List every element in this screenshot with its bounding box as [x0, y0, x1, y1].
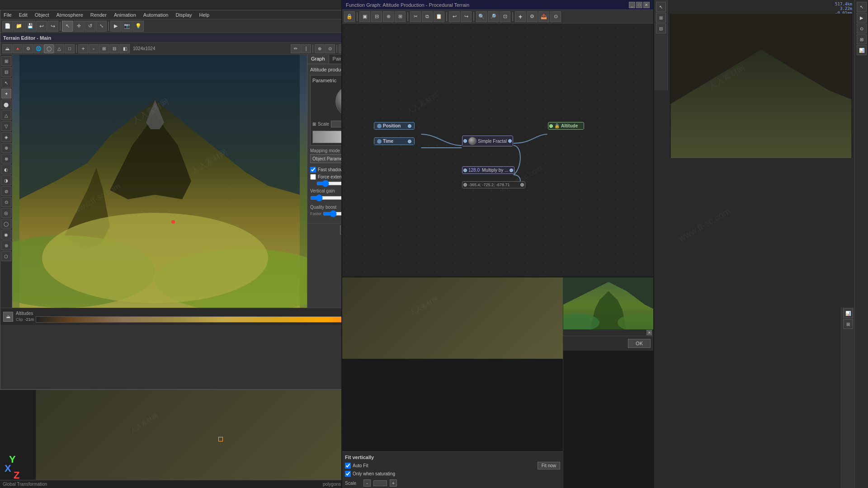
fg-tool-export[interactable]: 📤 [538, 11, 549, 22]
menu-object[interactable]: Object [33, 12, 51, 18]
fg-tool-cut[interactable]: ✂ [410, 11, 421, 22]
terrain-tool-8[interactable]: ⊞ [99, 44, 109, 53]
stats-icon-1[interactable]: 📊 [843, 308, 853, 318]
scale-plus[interactable]: + [390, 479, 397, 487]
fg-tool-copy2[interactable]: ⧉ [422, 11, 433, 22]
menu-edit[interactable]: Edit [18, 12, 29, 18]
fg-minimize[interactable]: _ [629, 2, 635, 8]
left-tool-11[interactable]: ◐ [1, 164, 11, 174]
left-tool-15[interactable]: ◎ [1, 208, 11, 218]
fg-tool-4[interactable]: ⊕ [383, 11, 394, 22]
fg-tool-zoom-in[interactable]: 🔍 [476, 11, 487, 22]
fg-tool-undo2[interactable]: ↩ [449, 11, 460, 22]
fit-now-btn[interactable]: Fit now [538, 462, 560, 469]
scale-value[interactable]: 1 [373, 480, 387, 486]
fg-tool-1[interactable]: 🔒 [344, 11, 355, 22]
left-tool-9[interactable]: ⊕ [1, 143, 11, 153]
right-left-tool-3[interactable]: ⊟ [656, 23, 666, 33]
left-tool-19[interactable]: ⬡ [1, 251, 11, 261]
node-time[interactable]: Time [374, 137, 415, 145]
fractal-left-port[interactable] [463, 139, 467, 143]
scale-minus[interactable]: - [363, 479, 371, 487]
node-multiply[interactable]: 128.0 Multiply by ... [462, 166, 514, 174]
fg-tool-redo2[interactable]: ↪ [461, 11, 472, 22]
fg-tool-5[interactable]: ⊞ [395, 11, 406, 22]
fg-tool-zoom-out[interactable]: 🔎 [488, 11, 499, 22]
popup-ok-button[interactable]: OK [628, 339, 651, 348]
terrain-tool-minus[interactable]: - [89, 44, 99, 53]
left-tool-5[interactable]: ⬤ [1, 99, 11, 109]
menu-render[interactable]: Render [89, 12, 108, 18]
position-right-port[interactable] [408, 124, 411, 128]
fg-tool-fit[interactable]: ⊡ [500, 11, 510, 22]
terrain-tool-10[interactable]: ◧ [120, 44, 130, 53]
left-tool-16[interactable]: ◯ [1, 219, 11, 229]
tool-select[interactable]: ↖ [62, 21, 73, 32]
menu-automation[interactable]: Automation [142, 12, 170, 18]
fg-tool-settings[interactable]: ⚙ [527, 11, 538, 22]
menu-help[interactable]: Help [198, 12, 211, 18]
preview-close[interactable]: ✕ [646, 330, 652, 335]
terrain-tool-9[interactable]: ⊟ [109, 44, 119, 53]
fg-tool-add[interactable]: + [515, 11, 526, 22]
fg-tool-2[interactable]: ▣ [359, 11, 370, 22]
right-tool-2[interactable]: ▶ [857, 13, 867, 23]
tool-rotate[interactable]: ↺ [85, 21, 95, 32]
left-tool-7[interactable]: ▽ [1, 121, 11, 131]
tool-render[interactable]: ▶ [110, 21, 121, 32]
node-position[interactable]: Position [374, 122, 415, 130]
tool-camera[interactable]: 📷 [122, 21, 132, 32]
time-right-port[interactable] [408, 140, 411, 143]
terrain-tool-brush2[interactable]: | [301, 44, 311, 53]
fg-tool-paste[interactable]: 📋 [434, 11, 444, 22]
node-simple-fractal[interactable]: Simple Fractal [462, 136, 513, 146]
tool-light[interactable]: 💡 [133, 21, 144, 32]
tool-scale[interactable]: ⤡ [96, 21, 107, 32]
coords-left-port[interactable] [463, 183, 467, 187]
fast-shadows-checkbox[interactable] [310, 167, 316, 173]
coords-right-port[interactable] [520, 183, 524, 187]
terrain-tool-4[interactable]: 🌐 [33, 44, 43, 53]
fg-close[interactable]: ✕ [643, 2, 650, 8]
tab-graph[interactable]: Graph [307, 55, 329, 64]
altitude-gradient-bar[interactable] [36, 316, 379, 323]
node-altitude[interactable]: 🔒 Altitude [548, 122, 584, 130]
tool-undo[interactable]: ↩ [36, 21, 47, 32]
left-tool-8[interactable]: ◈ [1, 132, 11, 142]
force-extension-checkbox[interactable] [310, 174, 316, 180]
left-tool-12[interactable]: ◑ [1, 175, 11, 185]
terrain-tool-brush1[interactable]: ✏ [291, 44, 301, 53]
fg-tool-3[interactable]: ⊟ [371, 11, 382, 22]
left-tool-14[interactable]: ⊙ [1, 197, 11, 207]
tool-redo[interactable]: ↪ [47, 21, 58, 32]
left-tool-3[interactable]: ↖ [1, 78, 11, 88]
left-tool-2[interactable]: ⊟ [1, 67, 11, 77]
fg-tool-lock[interactable]: ⊙ [550, 11, 561, 22]
terrain-tool-copy[interactable]: ⊙ [325, 44, 335, 53]
tool-save[interactable]: 💾 [25, 21, 36, 32]
right-left-tool-2[interactable]: ⊞ [656, 13, 666, 23]
left-tool-13[interactable]: ⊘ [1, 186, 11, 196]
fractal-right-port[interactable] [508, 139, 512, 143]
right-tool-4[interactable]: ⊞ [857, 34, 867, 44]
left-tool-4[interactable]: ✦ [1, 89, 11, 99]
tool-move[interactable]: ✛ [73, 21, 84, 32]
fg-maximize[interactable]: □ [636, 2, 642, 8]
vertical-gain-slider[interactable] [310, 196, 344, 200]
left-tool-1[interactable]: ⊞ [1, 56, 11, 66]
terrain-tool-move2[interactable]: ⊕ [315, 44, 325, 53]
multiply-left-port[interactable] [463, 169, 467, 172]
menu-atmosphere[interactable]: Atmosphere [55, 12, 85, 18]
left-tool-10[interactable]: ⊗ [1, 154, 11, 164]
left-tool-18[interactable]: ⊛ [1, 240, 11, 250]
terrain-tool-5[interactable]: ◯ [44, 44, 54, 53]
terrain-tool-3[interactable]: ⚙ [23, 44, 33, 53]
tool-open[interactable]: 📁 [14, 21, 24, 32]
right-left-tool-1[interactable]: ↖ [656, 2, 666, 12]
node-coords[interactable]: -365.4; -725.2; -678.71 [462, 181, 525, 188]
auto-fit-checkbox[interactable] [345, 463, 351, 469]
left-tool-6[interactable]: △ [1, 110, 11, 120]
menu-animation[interactable]: Animation [113, 12, 137, 18]
left-tool-17[interactable]: ◉ [1, 230, 11, 239]
terrain-tool-1[interactable]: ⛰ [2, 44, 12, 53]
